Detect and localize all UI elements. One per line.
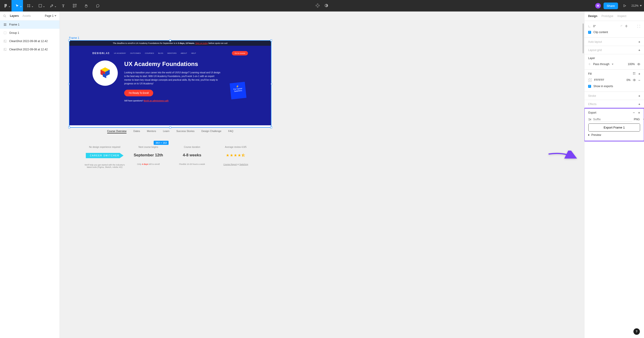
resources-tool[interactable] xyxy=(69,0,80,12)
hand-tool[interactable] xyxy=(80,0,92,12)
stroke-label: Stroke xyxy=(588,94,596,98)
eye-icon[interactable] xyxy=(633,79,636,81)
layers-tab[interactable]: Layers xyxy=(8,14,21,18)
component-icon[interactable] xyxy=(316,4,320,8)
remove-export[interactable]: − xyxy=(633,111,635,114)
hero-section: DESIGNLAB UX ACADEMY OUTCOMES COURSES BL… xyxy=(70,46,271,125)
svg-point-23 xyxy=(638,64,639,64)
cube-icon xyxy=(98,66,112,80)
angle-icon xyxy=(588,25,591,28)
add-auto-layout[interactable]: + xyxy=(638,40,640,44)
resize-handle-tm[interactable] xyxy=(169,40,171,42)
canvas[interactable]: Frame 1 The deadline to enroll in UX Aca… xyxy=(60,12,584,338)
svg-rect-8 xyxy=(73,6,74,7)
frame-1[interactable]: The deadline to enroll in UX Academy Fou… xyxy=(69,40,272,128)
frame-icon xyxy=(27,4,30,8)
export-button[interactable]: Export Frame 1 xyxy=(588,124,640,132)
comment-tool[interactable] xyxy=(92,0,104,12)
fill-swatch[interactable] xyxy=(588,78,592,82)
svg-point-5 xyxy=(52,5,53,6)
rotation-input[interactable]: 0° xyxy=(593,24,596,28)
export-label: Export xyxy=(588,111,596,114)
remove-fill[interactable]: − xyxy=(638,78,640,82)
svg-rect-7 xyxy=(75,4,76,5)
preview-toggle[interactable]: Preview xyxy=(588,132,640,138)
fill-opacity[interactable]: 0% xyxy=(626,78,630,82)
svg-rect-11 xyxy=(316,5,317,6)
add-effect[interactable]: + xyxy=(638,102,640,106)
image-icon xyxy=(3,48,7,51)
rectangle-icon xyxy=(39,4,42,7)
effects-label: Effects xyxy=(588,102,596,106)
export-format[interactable]: PNG xyxy=(634,118,640,121)
inspect-tab[interactable]: Inspect xyxy=(617,14,626,18)
export-suffix-input[interactable] xyxy=(593,117,632,122)
corner-input[interactable]: 0 xyxy=(626,24,635,28)
svg-point-24 xyxy=(633,72,634,73)
frame-label[interactable]: Frame 1 xyxy=(69,36,272,40)
toolbar-right: M Share 212% xyxy=(595,0,644,12)
layer-image-2[interactable]: CleanShot 2022-09-08 at 12.42 xyxy=(0,45,60,54)
styles-icon[interactable] xyxy=(633,72,636,75)
properties-tabs: Design Prototype Inspect xyxy=(584,12,644,21)
svg-point-27 xyxy=(634,74,635,74)
share-button[interactable]: Share xyxy=(604,2,618,9)
layer-group-1[interactable]: Group 1 xyxy=(0,29,60,37)
svg-rect-12 xyxy=(318,5,320,6)
resize-handle-tl[interactable] xyxy=(68,40,70,42)
add-layout-grid[interactable]: + xyxy=(638,48,640,52)
move-tool[interactable] xyxy=(12,0,23,12)
present-button[interactable] xyxy=(621,0,628,12)
svg-rect-14 xyxy=(4,32,6,34)
resize-handle-tr[interactable] xyxy=(270,40,272,42)
shape-tool[interactable] xyxy=(34,0,46,12)
svg-point-26 xyxy=(633,74,634,74)
page-tabs: Course Overview Dates Mentors Learn Succ… xyxy=(69,126,272,136)
page-name: Page 1 xyxy=(45,14,54,18)
site-nav: DESIGNLAB UX ACADEMY OUTCOMES COURSES BL… xyxy=(70,50,271,56)
fill-hex[interactable]: FFFFFF xyxy=(594,78,604,82)
export-scale[interactable]: 1x xyxy=(588,117,591,122)
right-panel-scrollbar[interactable] xyxy=(582,24,584,53)
pen-tool[interactable] xyxy=(46,0,58,12)
add-fill[interactable]: + xyxy=(638,72,640,76)
frame-tool[interactable] xyxy=(23,0,34,12)
clip-label: Clip content xyxy=(594,30,608,34)
star-rating: ★★★★⯪ xyxy=(214,153,258,158)
add-export[interactable]: + xyxy=(638,111,640,114)
design-tab[interactable]: Design xyxy=(588,14,597,18)
blend-icon xyxy=(588,63,591,66)
top-toolbar: M Share 212% xyxy=(0,0,644,12)
blend-mode[interactable]: Pass through xyxy=(593,62,610,66)
opacity-input[interactable]: 100% xyxy=(628,62,635,66)
page-selector[interactable]: Page 1 xyxy=(45,14,56,18)
show-exports-checkbox[interactable] xyxy=(588,85,591,88)
help-button[interactable]: ? xyxy=(634,328,640,335)
pen-icon xyxy=(50,4,54,8)
add-stroke[interactable]: + xyxy=(638,94,640,98)
frame-icon xyxy=(3,23,7,26)
text-tool[interactable] xyxy=(58,0,69,12)
zoom-control[interactable]: 212% xyxy=(631,4,642,7)
svg-point-25 xyxy=(634,72,635,73)
fill-label: Fill xyxy=(588,72,592,76)
assets-tab[interactable]: Assets xyxy=(21,14,33,18)
prototype-tab[interactable]: Prototype xyxy=(602,14,613,18)
clip-checkbox[interactable] xyxy=(588,31,591,34)
search-icon[interactable] xyxy=(3,14,6,18)
zoom-level: 212% xyxy=(631,4,638,7)
eye-icon[interactable] xyxy=(637,63,640,65)
main-menu-button[interactable] xyxy=(0,0,12,12)
layer-image-1[interactable]: CleanShot 2022-09-08 at 12.42 xyxy=(0,37,60,45)
deadline-banner: The deadline to enroll in UX Academy Fou… xyxy=(70,41,271,46)
career-badge: ⚡ For Career Switchers xyxy=(230,82,246,100)
layer-frame-1[interactable]: Frame 1 xyxy=(0,20,60,29)
svg-point-28 xyxy=(634,80,635,80)
mask-icon[interactable] xyxy=(324,4,328,8)
chevron-down-icon xyxy=(612,64,614,65)
enroll-button: I'm Ready To Enroll xyxy=(124,90,153,96)
figma-icon xyxy=(4,4,8,8)
expand-corners-icon[interactable] xyxy=(637,24,640,28)
user-avatar[interactable]: M xyxy=(595,3,601,8)
hero-title: UX Academy Foundations xyxy=(124,60,221,68)
